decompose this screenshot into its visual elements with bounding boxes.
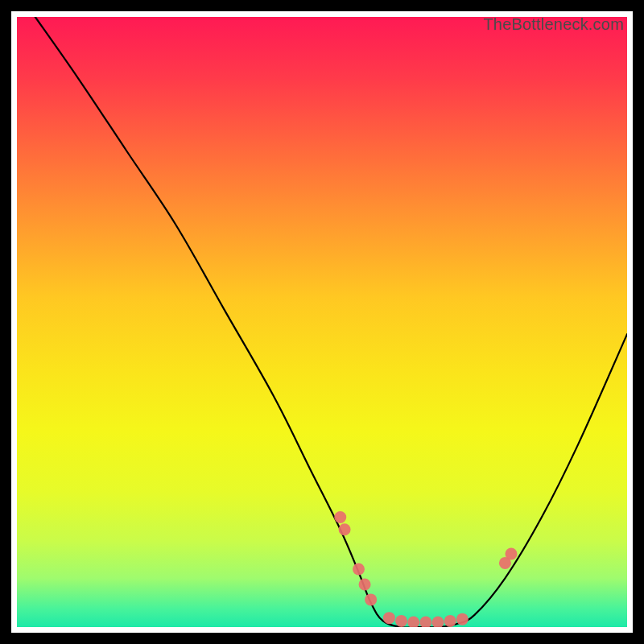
data-marker xyxy=(419,616,431,627)
curve-markers xyxy=(334,511,517,627)
chart-plot-area: TheBottleneck.com xyxy=(17,17,627,627)
data-marker xyxy=(353,563,365,575)
data-marker xyxy=(432,616,444,627)
data-marker xyxy=(444,615,456,627)
data-marker xyxy=(395,615,407,627)
chart-svg xyxy=(17,17,627,627)
data-marker xyxy=(505,548,517,560)
chart-frame: TheBottleneck.com xyxy=(11,11,633,633)
data-marker xyxy=(334,511,346,523)
data-marker xyxy=(339,523,351,535)
data-marker xyxy=(407,616,419,627)
data-marker xyxy=(359,578,371,590)
bottleneck-curve xyxy=(35,17,627,627)
data-marker xyxy=(456,613,469,625)
data-marker xyxy=(383,612,395,624)
data-marker xyxy=(365,593,377,605)
